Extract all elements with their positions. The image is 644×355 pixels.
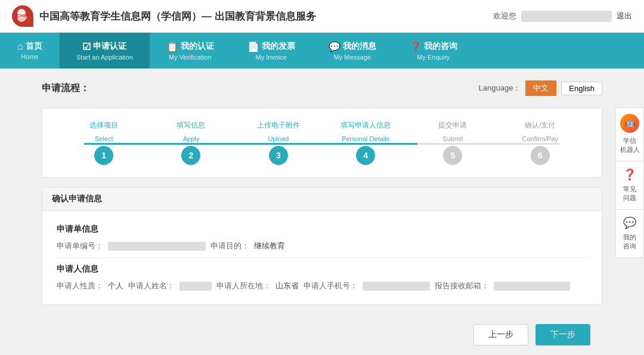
step-5-sub: Submit <box>442 135 463 142</box>
applicant-nature-value: 个人 <box>108 281 123 291</box>
robot-avatar-icon: 🤖 <box>620 114 639 133</box>
faq-icon: ❓ <box>623 167 636 182</box>
confirm-section: 确认申请信息 申请单信息 申请单编号： 20210██████████ 申请目的… <box>42 187 602 305</box>
logout-button[interactable]: 退出 <box>617 11 632 21</box>
applicant-info-title: 申请人信息 <box>57 264 587 275</box>
step-3-label: 上传电子附件 <box>257 120 300 130</box>
nav-message-label: 我的消息 <box>343 41 376 52</box>
applicant-email-value: ██████████ <box>494 282 570 291</box>
home-icon: ⌂ <box>17 41 23 52</box>
applicant-name-value: ██ <box>179 282 212 291</box>
step-1-label: 选择项目 <box>89 120 118 130</box>
order-no-label: 申请单编号： <box>57 241 103 251</box>
username-display: ██████████ <box>521 11 612 22</box>
step-3-circle: 3 <box>269 146 288 165</box>
lang-en-button[interactable]: English <box>561 82 602 95</box>
main-nav: ⌂ 首页 Home ☑ 申请认证 Start an Application 📋 … <box>0 33 644 68</box>
step-1: 选择项目 Select 1 <box>60 120 147 165</box>
nav-home[interactable]: ⌂ 首页 Home <box>0 33 60 68</box>
step-6-circle: 6 <box>531 146 550 165</box>
nav-message[interactable]: 💬 我的消息 My Message <box>312 33 393 68</box>
header-right: 欢迎您 ██████████ 退出 <box>493 11 632 22</box>
prev-button[interactable]: 上一步 <box>473 324 528 345</box>
nav-home-sub: Home <box>21 53 38 60</box>
order-info-title: 申请单信息 <box>57 224 587 235</box>
step-3: 上传电子附件 Upload 3 <box>235 120 322 165</box>
divider <box>57 257 587 258</box>
step-4: 填写申请人信息 Personal Details 4 <box>322 120 409 165</box>
side-panel: 🤖 学信机器人 ❓ 常见问题 💬 我的咨询 <box>615 107 644 258</box>
step-6-label: 确认/支付 <box>525 120 555 130</box>
nav-verify[interactable]: 📋 我的认证 My Verification <box>150 33 231 68</box>
nav-apply[interactable]: ☑ 申请认证 Start an Application <box>60 33 150 68</box>
language-switch: Language： 中文 English <box>479 80 602 96</box>
step-4-sub: Personal Details <box>342 135 389 142</box>
step-5-label: 提交申请 <box>438 120 467 130</box>
nav-apply-label: 申请认证 <box>93 41 126 52</box>
step-2-label: 填写信息 <box>177 120 205 130</box>
step-6: 确认/支付 Confirm/Pay 6 <box>497 120 584 165</box>
step-4-circle: 4 <box>356 146 375 165</box>
applicant-nature-label: 申请人性质： <box>57 281 103 291</box>
applicant-name-label: 申请人姓名： <box>128 281 175 291</box>
order-no-value: 20210██████████ <box>108 242 206 251</box>
step-5: 提交申请 Submit 5 <box>409 120 496 165</box>
my-enquiry-icon: 💬 <box>623 216 636 231</box>
main-content: 申请流程： Language： 中文 English 选择项目 Select 1… <box>30 68 614 355</box>
applicant-phone-label: 申请人手机号： <box>304 281 358 291</box>
order-info-row: 申请单编号： 20210██████████ 申请目的： 继续教育 <box>57 241 587 251</box>
applicant-location-label: 申请人所在地： <box>216 281 271 291</box>
step-2: 填写信息 Apply 2 <box>147 120 234 165</box>
footer-buttons: 上一步 下一步 <box>42 314 602 355</box>
invoice-icon: 📄 <box>247 41 259 52</box>
step-2-circle: 2 <box>181 146 200 165</box>
applicant-phone-value: 134██████ <box>363 282 430 291</box>
applicant-email-label: 报告接收邮箱： <box>435 281 489 291</box>
verify-icon: 📋 <box>166 41 178 52</box>
applicant-info-row: 申请人性质： 个人 申请人姓名： ██ 申请人所在地： 山东省 申请人手机号： … <box>57 281 587 291</box>
step-3-sub: Upload <box>268 135 289 142</box>
process-header: 申请流程： Language： 中文 English <box>42 80 602 96</box>
nav-invoice-label: 我的发票 <box>262 41 295 52</box>
step-1-circle: 1 <box>94 146 113 165</box>
step-4-label: 填写申请人信息 <box>340 120 391 130</box>
header-left: CHSI 中国高等教育学生信息网（学信网）— 出国教育背景信息服务 <box>12 5 316 27</box>
nav-enquiry-sub: My Enquiry <box>417 54 450 61</box>
nav-enquiry-label: 我的咨询 <box>424 41 457 52</box>
welcome-text: 欢迎您 <box>493 11 516 21</box>
next-button[interactable]: 下一步 <box>535 324 590 345</box>
confirm-section-content: 申请单信息 申请单编号： 20210██████████ 申请目的： 继续教育 … <box>42 211 602 304</box>
faq-label: 常见问题 <box>623 185 636 203</box>
apply-icon: ☑ <box>82 41 91 52</box>
nav-apply-sub: Start an Application <box>76 54 133 61</box>
robot-button[interactable]: 🤖 学信机器人 <box>615 107 644 161</box>
language-label: Language： <box>479 83 521 94</box>
steps-container: 选择项目 Select 1 填写信息 Apply 2 上传电子附件 Upload… <box>42 108 602 178</box>
svg-text:CHSI: CHSI <box>17 13 28 18</box>
step-6-sub: Confirm/Pay <box>522 135 559 142</box>
nav-enquiry[interactable]: ❓ 我的咨询 My Enquiry <box>393 33 474 68</box>
order-purpose-value: 继续教育 <box>254 241 285 251</box>
faq-button[interactable]: ❓ 常见问题 <box>615 161 644 209</box>
nav-verify-label: 我的认证 <box>181 41 214 52</box>
chsi-logo-icon: CHSI <box>12 5 33 27</box>
step-1-sub: Select <box>95 135 113 142</box>
enquiry-icon: ❓ <box>410 41 422 52</box>
applicant-location-value: 山东省 <box>275 281 299 291</box>
nav-invoice[interactable]: 📄 我的发票 My Invoice <box>231 33 312 68</box>
my-enquiry-label: 我的咨询 <box>623 233 636 251</box>
process-title: 申请流程： <box>42 82 89 95</box>
site-title: 中国高等教育学生信息网（学信网）— 出国教育背景信息服务 <box>39 10 316 23</box>
message-icon: 💬 <box>329 41 340 52</box>
step-2-sub: Apply <box>183 135 200 142</box>
order-purpose-label: 申请目的： <box>210 241 249 251</box>
robot-label: 学信机器人 <box>620 136 640 155</box>
header: CHSI 中国高等教育学生信息网（学信网）— 出国教育背景信息服务 欢迎您 ██… <box>0 0 644 33</box>
step-5-circle: 5 <box>443 146 462 165</box>
nav-verify-sub: My Verification <box>169 54 212 61</box>
nav-message-sub: My Message <box>334 54 371 61</box>
lang-zh-button[interactable]: 中文 <box>525 80 556 96</box>
my-enquiry-button[interactable]: 💬 我的咨询 <box>615 209 644 258</box>
nav-invoice-sub: My Invoice <box>256 54 287 61</box>
steps-track: 选择项目 Select 1 填写信息 Apply 2 上传电子附件 Upload… <box>60 120 584 165</box>
